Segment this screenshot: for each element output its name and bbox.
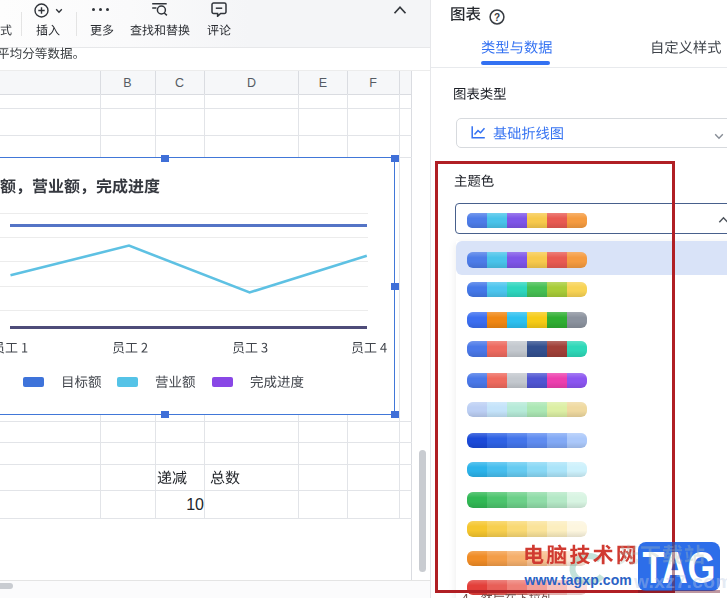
svg-text:?: ? <box>494 12 500 23</box>
